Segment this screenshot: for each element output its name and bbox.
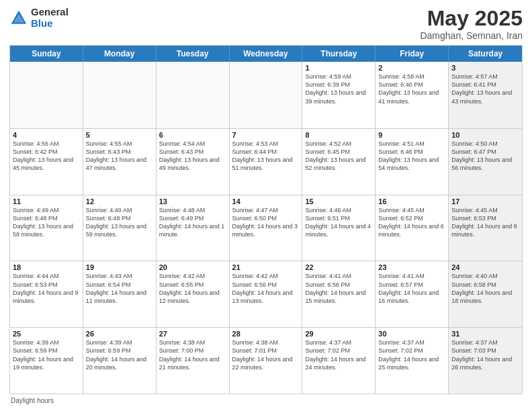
day-info: Sunrise: 4:45 AM Sunset: 6:53 PM Dayligh… bbox=[451, 206, 519, 239]
day-info: Sunrise: 4:42 AM Sunset: 6:55 PM Dayligh… bbox=[159, 272, 226, 305]
calendar-body: 1Sunrise: 4:59 AM Sunset: 6:39 PM Daylig… bbox=[10, 62, 522, 394]
calendar-cell bbox=[230, 62, 303, 128]
calendar-cell: 20Sunrise: 4:42 AM Sunset: 6:55 PM Dayli… bbox=[157, 261, 230, 327]
logo-general: General bbox=[31, 7, 69, 18]
logo-icon bbox=[9, 9, 28, 28]
day-info: Sunrise: 4:46 AM Sunset: 6:51 PM Dayligh… bbox=[305, 206, 372, 239]
day-info: Sunrise: 4:41 AM Sunset: 6:56 PM Dayligh… bbox=[305, 272, 372, 305]
calendar-cell: 16Sunrise: 4:45 AM Sunset: 6:52 PM Dayli… bbox=[375, 195, 449, 261]
calendar-row: 4Sunrise: 4:56 AM Sunset: 6:42 PM Daylig… bbox=[10, 128, 522, 195]
calendar-header: SundayMondayTuesdayWednesdayThursdayFrid… bbox=[10, 46, 522, 62]
day-info: Sunrise: 4:37 AM Sunset: 7:03 PM Dayligh… bbox=[451, 338, 519, 371]
day-info: Sunrise: 4:51 AM Sunset: 6:46 PM Dayligh… bbox=[378, 140, 445, 173]
day-header-saturday: Saturday bbox=[449, 46, 522, 62]
footer-note: Daylight hours bbox=[9, 397, 523, 404]
day-info: Sunrise: 4:44 AM Sunset: 6:53 PM Dayligh… bbox=[13, 272, 80, 305]
calendar-cell: 3Sunrise: 4:57 AM Sunset: 6:41 PM Daylig… bbox=[449, 62, 522, 128]
day-header-monday: Monday bbox=[83, 46, 157, 62]
calendar-cell: 25Sunrise: 4:39 AM Sunset: 6:59 PM Dayli… bbox=[10, 328, 83, 394]
day-number: 19 bbox=[86, 263, 153, 271]
calendar-cell: 8Sunrise: 4:52 AM Sunset: 6:45 PM Daylig… bbox=[302, 129, 375, 195]
calendar-row: 11Sunrise: 4:49 AM Sunset: 6:48 PM Dayli… bbox=[10, 195, 522, 261]
day-number: 11 bbox=[13, 197, 80, 205]
day-number: 25 bbox=[13, 330, 80, 338]
day-info: Sunrise: 4:58 AM Sunset: 6:40 PM Dayligh… bbox=[378, 73, 445, 105]
day-number: 13 bbox=[159, 197, 226, 205]
day-info: Sunrise: 4:38 AM Sunset: 7:00 PM Dayligh… bbox=[159, 338, 226, 371]
calendar-cell: 10Sunrise: 4:50 AM Sunset: 6:47 PM Dayli… bbox=[449, 129, 522, 195]
day-info: Sunrise: 4:55 AM Sunset: 6:43 PM Dayligh… bbox=[86, 140, 153, 173]
calendar-cell: 6Sunrise: 4:54 AM Sunset: 6:43 PM Daylig… bbox=[157, 129, 230, 195]
day-number: 4 bbox=[13, 131, 80, 139]
day-info: Sunrise: 4:52 AM Sunset: 6:45 PM Dayligh… bbox=[305, 140, 372, 173]
day-info: Sunrise: 4:39 AM Sunset: 6:59 PM Dayligh… bbox=[13, 338, 80, 371]
day-number: 27 bbox=[159, 330, 226, 338]
day-number: 26 bbox=[86, 330, 153, 338]
day-info: Sunrise: 4:59 AM Sunset: 6:39 PM Dayligh… bbox=[305, 73, 372, 105]
day-info: Sunrise: 4:47 AM Sunset: 6:50 PM Dayligh… bbox=[232, 206, 300, 239]
day-number: 30 bbox=[378, 330, 445, 338]
calendar-cell: 31Sunrise: 4:37 AM Sunset: 7:03 PM Dayli… bbox=[449, 328, 522, 394]
day-info: Sunrise: 4:54 AM Sunset: 6:43 PM Dayligh… bbox=[159, 140, 226, 173]
day-info: Sunrise: 4:38 AM Sunset: 7:01 PM Dayligh… bbox=[232, 338, 300, 371]
day-info: Sunrise: 4:45 AM Sunset: 6:52 PM Dayligh… bbox=[378, 206, 445, 239]
day-number: 6 bbox=[159, 131, 226, 139]
day-number: 3 bbox=[451, 64, 519, 72]
day-info: Sunrise: 4:37 AM Sunset: 7:02 PM Dayligh… bbox=[305, 338, 372, 371]
header: General Blue May 2025 Damghan, Semnan, I… bbox=[9, 7, 523, 41]
calendar-cell bbox=[10, 62, 83, 128]
calendar-row: 18Sunrise: 4:44 AM Sunset: 6:53 PM Dayli… bbox=[10, 261, 522, 327]
page: General Blue May 2025 Damghan, Semnan, I… bbox=[0, 0, 532, 411]
calendar-cell: 14Sunrise: 4:47 AM Sunset: 6:50 PM Dayli… bbox=[230, 195, 303, 261]
calendar-cell: 22Sunrise: 4:41 AM Sunset: 6:56 PM Dayli… bbox=[302, 261, 375, 327]
day-header-thursday: Thursday bbox=[302, 46, 375, 62]
day-number: 23 bbox=[378, 263, 445, 271]
calendar-cell: 2Sunrise: 4:58 AM Sunset: 6:40 PM Daylig… bbox=[375, 62, 449, 128]
day-number: 16 bbox=[378, 197, 445, 205]
day-info: Sunrise: 4:49 AM Sunset: 6:48 PM Dayligh… bbox=[13, 206, 80, 239]
day-info: Sunrise: 4:42 AM Sunset: 6:56 PM Dayligh… bbox=[232, 272, 300, 305]
day-number: 29 bbox=[305, 330, 372, 338]
calendar-cell: 15Sunrise: 4:46 AM Sunset: 6:51 PM Dayli… bbox=[302, 195, 375, 261]
calendar-cell: 27Sunrise: 4:38 AM Sunset: 7:00 PM Dayli… bbox=[157, 328, 230, 394]
calendar-cell: 19Sunrise: 4:43 AM Sunset: 6:54 PM Dayli… bbox=[83, 261, 157, 327]
calendar-cell bbox=[83, 62, 157, 128]
month-title: May 2025 bbox=[420, 7, 523, 30]
calendar: SundayMondayTuesdayWednesdayThursdayFrid… bbox=[9, 45, 523, 394]
calendar-cell: 13Sunrise: 4:48 AM Sunset: 6:49 PM Dayli… bbox=[157, 195, 230, 261]
day-header-tuesday: Tuesday bbox=[157, 46, 230, 62]
day-number: 7 bbox=[232, 131, 300, 139]
day-info: Sunrise: 4:41 AM Sunset: 6:57 PM Dayligh… bbox=[378, 272, 445, 305]
calendar-cell: 24Sunrise: 4:40 AM Sunset: 6:58 PM Dayli… bbox=[449, 261, 522, 327]
day-header-wednesday: Wednesday bbox=[230, 46, 303, 62]
calendar-cell: 23Sunrise: 4:41 AM Sunset: 6:57 PM Dayli… bbox=[375, 261, 449, 327]
day-number: 5 bbox=[86, 131, 153, 139]
day-number: 28 bbox=[232, 330, 300, 338]
calendar-cell: 12Sunrise: 4:49 AM Sunset: 6:48 PM Dayli… bbox=[83, 195, 157, 261]
calendar-cell bbox=[157, 62, 230, 128]
day-number: 21 bbox=[232, 263, 300, 271]
title-area: May 2025 Damghan, Semnan, Iran bbox=[420, 7, 523, 41]
day-number: 20 bbox=[159, 263, 226, 271]
logo-text: General Blue bbox=[31, 7, 69, 29]
day-number: 22 bbox=[305, 263, 372, 271]
day-info: Sunrise: 4:43 AM Sunset: 6:54 PM Dayligh… bbox=[86, 272, 153, 305]
day-number: 10 bbox=[451, 131, 519, 139]
day-info: Sunrise: 4:48 AM Sunset: 6:49 PM Dayligh… bbox=[159, 206, 226, 239]
day-number: 15 bbox=[305, 197, 372, 205]
day-header-sunday: Sunday bbox=[10, 46, 83, 62]
calendar-row: 1Sunrise: 4:59 AM Sunset: 6:39 PM Daylig… bbox=[10, 62, 522, 128]
day-number: 9 bbox=[378, 131, 445, 139]
day-number: 8 bbox=[305, 131, 372, 139]
calendar-cell: 7Sunrise: 4:53 AM Sunset: 6:44 PM Daylig… bbox=[230, 129, 303, 195]
calendar-cell: 11Sunrise: 4:49 AM Sunset: 6:48 PM Dayli… bbox=[10, 195, 83, 261]
subtitle: Damghan, Semnan, Iran bbox=[420, 30, 523, 41]
day-info: Sunrise: 4:56 AM Sunset: 6:42 PM Dayligh… bbox=[13, 140, 80, 173]
day-info: Sunrise: 4:50 AM Sunset: 6:47 PM Dayligh… bbox=[451, 140, 519, 173]
day-number: 31 bbox=[451, 330, 519, 338]
calendar-cell: 5Sunrise: 4:55 AM Sunset: 6:43 PM Daylig… bbox=[83, 129, 157, 195]
day-info: Sunrise: 4:40 AM Sunset: 6:58 PM Dayligh… bbox=[451, 272, 519, 305]
calendar-cell: 28Sunrise: 4:38 AM Sunset: 7:01 PM Dayli… bbox=[230, 328, 303, 394]
calendar-row: 25Sunrise: 4:39 AM Sunset: 6:59 PM Dayli… bbox=[10, 327, 522, 394]
day-number: 18 bbox=[13, 263, 80, 271]
